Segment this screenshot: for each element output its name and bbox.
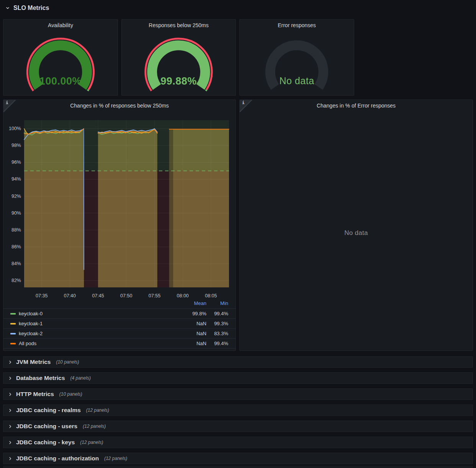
series-mean-value: 99.8% (180, 309, 206, 319)
svg-text:07:55: 07:55 (149, 293, 160, 298)
svg-text:07:40: 07:40 (64, 293, 76, 298)
svg-text:96%: 96% (11, 160, 21, 165)
panel-availability: Availability 100.00% (3, 19, 118, 96)
series-min-value: 99.4% (207, 309, 228, 319)
chevron-down-icon (5, 6, 10, 10)
svg-text:07:35: 07:35 (36, 293, 47, 298)
row-panel-count: (12 panels) (80, 440, 103, 445)
section-row-database-metrics[interactable]: Database Metrics (4 panels) (3, 372, 473, 384)
series-swatch (10, 343, 16, 344)
section-header-slo-metrics[interactable]: SLO Metrics (5, 5, 49, 11)
series-min-value: 99.4% (207, 339, 228, 349)
legend-sort-min[interactable]: Min (207, 300, 228, 306)
row-title: JDBC caching - users (16, 423, 77, 430)
series-mean-value: NaN (180, 339, 206, 349)
series-label[interactable]: All pods (19, 339, 36, 349)
section-row-jdbc-caching-users[interactable]: JDBC caching - users (12 panels) (3, 421, 473, 432)
panel-title[interactable]: Changes in % of Error responses (317, 103, 396, 109)
panel-responses-below-250ms: Responses below 250ms 99.88% (121, 19, 236, 96)
row-title: JDBC caching - keys (16, 439, 75, 446)
svg-text:08:00: 08:00 (177, 293, 189, 298)
series-swatch (10, 313, 16, 315)
legend-sort-mean[interactable]: Mean (180, 300, 206, 306)
series-mean-value: NaN (180, 329, 206, 339)
svg-text:100%: 100% (9, 126, 21, 131)
chevron-right-icon (8, 457, 12, 461)
svg-text:07:45: 07:45 (92, 293, 104, 298)
gauge-value: 99.88% (122, 75, 236, 87)
svg-text:82%: 82% (11, 278, 21, 283)
legend-row-keycloak-0: keycloak-0 99.8% 99.4% (3, 308, 236, 318)
svg-text:84%: 84% (11, 261, 21, 266)
row-panel-count: (10 panels) (59, 391, 82, 397)
svg-text:92%: 92% (11, 194, 21, 199)
series-label[interactable]: keycloak-1 (19, 319, 43, 329)
panel-changes-errors: i Changes in % of Error responses No dat… (239, 99, 473, 351)
chevron-right-icon (8, 392, 12, 396)
section-row-jdbc-caching-realms[interactable]: JDBC caching - realms (12 panels) (3, 404, 473, 416)
row-title: HTTP Metrics (16, 391, 54, 398)
section-row-http-metrics[interactable]: HTTP Metrics (10 panels) (3, 388, 473, 400)
svg-text:08:05: 08:05 (205, 293, 217, 298)
legend-row-all-pods: All pods NaN 99.4% (3, 338, 236, 348)
section-title: SLO Metrics (13, 5, 49, 11)
row-title: Database Metrics (16, 375, 65, 382)
row-panel-count: (12 panels) (86, 408, 109, 413)
row-panel-count: (10 panels) (56, 359, 79, 365)
no-data-text: No data (240, 229, 473, 237)
svg-text:98%: 98% (11, 143, 21, 148)
series-min-value: 99.3% (207, 319, 228, 329)
legend-row-keycloak-2: keycloak-2 NaN 83.3% (3, 328, 236, 338)
series-swatch (10, 333, 16, 334)
section-row-jdbc-caching-authorization[interactable]: JDBC caching - authorization (12 panels) (3, 453, 473, 464)
panel-changes-responses: i Changes in % of responses below 250ms … (3, 99, 236, 351)
svg-text:94%: 94% (11, 176, 21, 182)
section-row-jvm-metrics[interactable]: JVM Metrics (10 panels) (3, 356, 473, 368)
gauge-no-data-text: No data (240, 75, 354, 86)
chevron-right-icon (8, 360, 12, 364)
panel-error-responses: Error responses No data (239, 19, 354, 96)
svg-text:88%: 88% (11, 227, 21, 233)
panel-header: Changes in % of Error responses (240, 100, 473, 111)
legend-table: keycloak-0 99.8% 99.4% keycloak-1 NaN 99… (3, 308, 236, 349)
gauge-value: 100.00% (3, 75, 118, 87)
legend-row-keycloak-1: keycloak-1 NaN 99.3% (3, 318, 236, 328)
svg-text:07:50: 07:50 (120, 293, 132, 298)
legend-headers: Mean Min (3, 300, 236, 307)
series-mean-value: NaN (180, 319, 206, 329)
series-min-value: 83.3% (207, 329, 228, 339)
chevron-right-icon (8, 424, 12, 429)
svg-text:86%: 86% (11, 244, 21, 249)
chevron-right-icon (8, 376, 12, 380)
row-title: JDBC caching - authorization (16, 455, 99, 462)
row-title: JDBC caching - realms (16, 407, 81, 414)
chevron-right-icon (8, 440, 12, 445)
series-label[interactable]: keycloak-0 (19, 309, 43, 319)
section-row-jdbc-caching-keys[interactable]: JDBC caching - keys (12 panels) (3, 437, 473, 448)
row-title: JVM Metrics (16, 359, 51, 365)
series-swatch (10, 323, 16, 325)
svg-text:90%: 90% (11, 210, 21, 216)
row-panel-count: (12 panels) (104, 456, 127, 461)
series-label[interactable]: keycloak-2 (19, 329, 43, 339)
next-section-row-partial[interactable] (3, 466, 473, 468)
row-panel-count: (12 panels) (83, 424, 106, 429)
row-panel-count: (4 panels) (70, 375, 91, 381)
chevron-right-icon (8, 408, 12, 413)
